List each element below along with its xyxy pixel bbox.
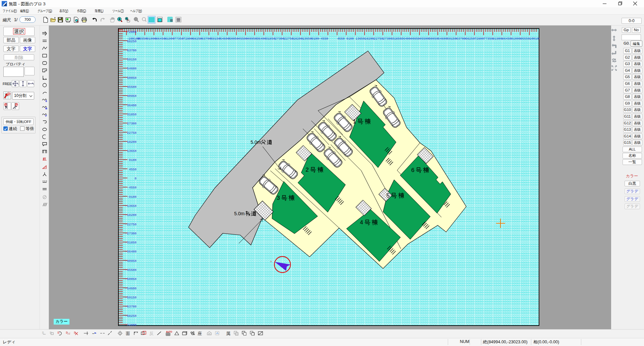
svg-text:4550: 4550	[129, 168, 137, 171]
svg-text:50050: 50050	[127, 76, 137, 80]
svg-text:1: 1	[353, 118, 356, 125]
svg-text:-13650: -13650	[125, 204, 137, 208]
svg-text:-4550: -4550	[127, 186, 137, 189]
svg-text:31850: 31850	[127, 113, 137, 116]
svg-text:63700: 63700	[127, 49, 137, 52]
svg-text:36400: 36400	[401, 37, 411, 41]
svg-text:86450: 86450	[502, 37, 512, 41]
svg-text:63700: 63700	[456, 37, 466, 41]
svg-text:81900: 81900	[493, 37, 502, 41]
svg-text:-22750: -22750	[125, 223, 137, 226]
svg-text:45500: 45500	[127, 85, 137, 89]
svg-text:5: 5	[386, 192, 389, 199]
svg-text:50050: 50050	[429, 37, 438, 41]
svg-text:-54600: -54600	[125, 287, 137, 290]
svg-text:5.0m: 5.0m	[251, 139, 261, 145]
svg-text:100100: 100100	[529, 37, 539, 41]
svg-text:68250: 68250	[465, 37, 475, 41]
svg-text:9100: 9100	[346, 37, 354, 41]
svg-text:54600: 54600	[438, 37, 447, 41]
svg-text:95550: 95550	[520, 37, 530, 41]
svg-text:4550: 4550	[337, 37, 345, 41]
svg-text:P: P	[8, 93, 10, 96]
svg-text:5.0m: 5.0m	[234, 211, 245, 216]
svg-text:91000: 91000	[511, 37, 521, 41]
svg-text:18200: 18200	[127, 140, 137, 144]
svg-text:22750: 22750	[374, 37, 383, 41]
svg-text:B: B	[45, 107, 47, 110]
svg-text:6: 6	[411, 167, 414, 173]
svg-text:-50050: -50050	[125, 277, 137, 281]
svg-text:9100: 9100	[129, 158, 137, 162]
svg-text:27300: 27300	[127, 122, 137, 125]
svg-text:72800: 72800	[127, 30, 137, 34]
svg-text:13650: 13650	[356, 37, 365, 41]
svg-text:P: P	[5, 103, 7, 106]
svg-text:59150: 59150	[447, 37, 457, 41]
svg-text:-59150: -59150	[125, 296, 137, 299]
svg-text:-31850: -31850	[125, 241, 137, 244]
svg-text:-9100: -9100	[127, 195, 137, 199]
svg-text:-27300: -27300	[125, 232, 137, 235]
svg-text:-4550: -4550	[319, 37, 328, 41]
svg-text:31850: 31850	[392, 37, 402, 41]
svg-text:t: t	[44, 158, 45, 160]
svg-text:3: 3	[277, 195, 280, 201]
svg-text:77350: 77350	[484, 37, 493, 41]
svg-text:S: S	[45, 100, 47, 103]
svg-text:-40950: -40950	[125, 259, 137, 263]
svg-text:P: P	[16, 103, 18, 106]
svg-text:0: 0	[135, 177, 137, 180]
svg-text:2: 2	[306, 167, 309, 173]
svg-text:22750: 22750	[127, 131, 137, 135]
svg-text:18200: 18200	[365, 37, 374, 41]
svg-text:36400: 36400	[127, 104, 137, 107]
svg-text:4: 4	[360, 219, 363, 226]
svg-text:-36400: -36400	[125, 250, 137, 253]
svg-text:45500: 45500	[420, 37, 429, 41]
svg-text:-68250: -68250	[125, 314, 137, 318]
svg-text:59150: 59150	[127, 58, 137, 61]
svg-text:27300: 27300	[383, 37, 392, 41]
svg-text:F: F	[45, 114, 47, 117]
svg-text:40950: 40950	[127, 94, 137, 98]
svg-text:40950: 40950	[410, 37, 420, 41]
svg-text:-18200: -18200	[125, 213, 137, 217]
svg-text:13650: 13650	[127, 149, 137, 153]
svg-text:54600: 54600	[127, 67, 137, 70]
svg-text:72800: 72800	[474, 37, 484, 41]
svg-text:-72800: -72800	[125, 323, 137, 326]
svg-text:-63700: -63700	[125, 305, 137, 308]
svg-text:-9100: -9100	[310, 37, 319, 41]
svg-text:-45500: -45500	[125, 268, 137, 272]
svg-text:N: N	[270, 261, 272, 263]
